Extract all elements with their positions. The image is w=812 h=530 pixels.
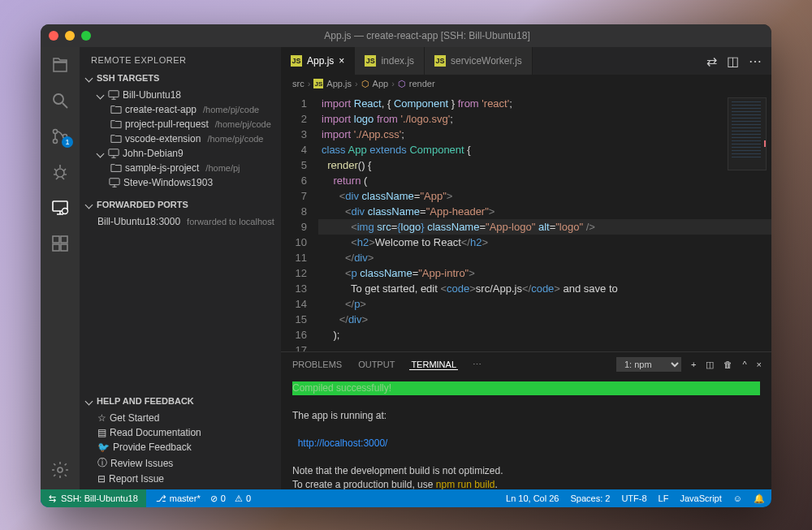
- svg-point-5: [56, 169, 64, 177]
- split-editor-icon[interactable]: ◫: [727, 54, 739, 69]
- explorer-icon[interactable]: [50, 55, 70, 75]
- close-icon[interactable]: ×: [339, 55, 344, 67]
- svg-rect-10: [61, 244, 67, 251]
- svg-point-7: [63, 209, 68, 214]
- scm-badge: 1: [62, 136, 73, 148]
- sidebar: REMOTE EXPLORER SSH TARGETS Bill-Ubuntu1…: [80, 47, 281, 489]
- branch-icon: ⎇: [156, 493, 166, 504]
- status-bell-icon[interactable]: 🔔: [754, 493, 765, 504]
- more-icon[interactable]: ⋯: [749, 54, 762, 69]
- terminal-select[interactable]: 1: npm: [616, 357, 681, 372]
- help-issues[interactable]: ⓘReview Issues: [86, 455, 281, 472]
- settings-icon[interactable]: [50, 460, 70, 480]
- svg-rect-9: [53, 244, 59, 251]
- help-docs[interactable]: ▤Read Documentation: [86, 425, 281, 440]
- tab-index-js[interactable]: JSindex.js: [355, 47, 425, 75]
- maximize-panel-icon[interactable]: ^: [742, 360, 746, 369]
- sidebar-title: REMOTE EXPLORER: [80, 47, 281, 70]
- js-icon: JS: [291, 55, 302, 67]
- status-bar: ⇆SSH: Bill-Ubuntu18 ⎇master* ⊘0 ⚠0 Ln 10…: [41, 489, 771, 507]
- svg-line-1: [63, 103, 67, 108]
- ssh-host[interactable]: Steve-Windows1903: [86, 175, 281, 190]
- status-encoding[interactable]: UTF-8: [621, 493, 646, 503]
- svg-rect-14: [109, 149, 119, 156]
- bottom-panel: PROBLEMS OUTPUT TERMINAL ⋯ 1: npm + ◫ 🗑 …: [281, 351, 771, 489]
- svg-point-3: [54, 140, 58, 144]
- search-icon[interactable]: [50, 91, 70, 110]
- tab-app-js[interactable]: JSApp.js×: [281, 47, 355, 75]
- status-problems[interactable]: ⊘0 ⚠0: [210, 493, 251, 504]
- new-terminal-icon[interactable]: +: [691, 360, 696, 369]
- status-cursor-pos[interactable]: Ln 10, Col 26: [506, 493, 559, 503]
- split-terminal-icon[interactable]: ◫: [706, 360, 714, 370]
- remote-explorer-icon[interactable]: [50, 198, 70, 218]
- status-feedback-icon[interactable]: ☺: [733, 493, 742, 503]
- terminal-output[interactable]: Compiled successfully! The app is runnin…: [281, 377, 771, 489]
- ssh-host[interactable]: John-Debian9: [86, 146, 281, 161]
- svg-rect-11: [61, 236, 67, 243]
- twitter-icon: 🐦: [97, 442, 110, 453]
- activity-bar: 1: [41, 47, 80, 489]
- remote-icon: ⇆: [49, 493, 56, 504]
- window-title: App.js — create-react-app [SSH: Bill-Ubu…: [91, 30, 763, 41]
- js-icon: JS: [313, 79, 323, 88]
- debug-icon[interactable]: [50, 162, 70, 182]
- report-icon: ⊟: [97, 473, 106, 485]
- svg-point-12: [58, 468, 63, 472]
- panel-tab-output[interactable]: OUTPUT: [356, 360, 396, 369]
- status-eol[interactable]: LF: [659, 493, 669, 503]
- help-header[interactable]: HELP AND FEEDBACK: [80, 393, 281, 409]
- svg-rect-13: [109, 91, 119, 97]
- editor-area: JSApp.js× JSindex.js JSserviceWorker.js …: [281, 47, 771, 489]
- ports-header[interactable]: FORWARDED PORTS: [80, 196, 281, 213]
- ssh-folder[interactable]: vscode-extension/home/pj/code: [86, 131, 281, 146]
- help-feedback[interactable]: 🐦Provide Feedback: [86, 440, 281, 455]
- window-controls: [49, 31, 91, 41]
- forwarded-port[interactable]: Bill-Ubuntu18:3000forwarded to localhost: [86, 214, 281, 229]
- svg-point-0: [54, 94, 63, 104]
- panel-tab-terminal[interactable]: TERMINAL: [409, 360, 458, 370]
- maximize-window[interactable]: [81, 31, 91, 41]
- status-lang[interactable]: JavaScript: [680, 493, 721, 503]
- ssh-targets-header[interactable]: SSH TARGETS: [80, 70, 281, 86]
- help-get-started[interactable]: ☆Get Started: [86, 411, 281, 425]
- vscode-window: App.js — create-react-app [SSH: Bill-Ubu…: [41, 24, 771, 507]
- scm-icon[interactable]: 1: [50, 127, 70, 146]
- js-icon: JS: [365, 55, 376, 67]
- ssh-tree: Bill-Ubuntu18 create-react-app/home/pj/c…: [80, 86, 281, 196]
- svg-point-2: [54, 130, 58, 134]
- compare-icon[interactable]: ⇄: [706, 54, 717, 69]
- warning-icon: ⚠: [235, 493, 243, 504]
- book-icon: ▤: [97, 427, 106, 438]
- editor-tabs: JSApp.js× JSindex.js JSserviceWorker.js …: [281, 47, 771, 75]
- code-editor[interactable]: 1234567891011121314151617 import React, …: [281, 93, 771, 351]
- ssh-folder[interactable]: sample-js-project/home/pj: [86, 161, 281, 175]
- ssh-folder[interactable]: create-react-app/home/pj/code: [86, 102, 281, 117]
- close-panel-icon[interactable]: ×: [757, 360, 762, 369]
- status-branch[interactable]: ⎇master*: [156, 493, 201, 504]
- error-icon: ⊘: [210, 493, 218, 504]
- status-spaces[interactable]: Spaces: 2: [570, 493, 610, 503]
- js-icon: JS: [434, 55, 446, 67]
- status-remote[interactable]: ⇆SSH: Bill-Ubuntu18: [41, 489, 146, 507]
- ssh-host[interactable]: Bill-Ubuntu18: [86, 88, 281, 102]
- titlebar[interactable]: App.js — create-react-app [SSH: Bill-Ubu…: [41, 24, 771, 47]
- panel-more-icon[interactable]: ⋯: [471, 360, 483, 370]
- close-window[interactable]: [49, 31, 58, 41]
- help-report[interactable]: ⊟Report Issue: [86, 472, 281, 486]
- issues-icon: ⓘ: [97, 456, 107, 470]
- tab-serviceworker[interactable]: JSserviceWorker.js: [425, 47, 533, 75]
- svg-rect-8: [53, 236, 59, 243]
- svg-rect-15: [110, 179, 119, 185]
- breadcrumb[interactable]: src› JSApp.js› ⬡App› ⬡render: [281, 75, 771, 93]
- panel-tab-problems[interactable]: PROBLEMS: [291, 360, 343, 369]
- star-icon: ☆: [97, 412, 106, 424]
- extensions-icon[interactable]: [50, 234, 70, 253]
- kill-terminal-icon[interactable]: 🗑: [723, 360, 732, 369]
- minimap[interactable]: [728, 97, 767, 170]
- ssh-folder[interactable]: project-pull-request/home/pj/code: [86, 117, 281, 131]
- minimize-window[interactable]: [65, 31, 75, 41]
